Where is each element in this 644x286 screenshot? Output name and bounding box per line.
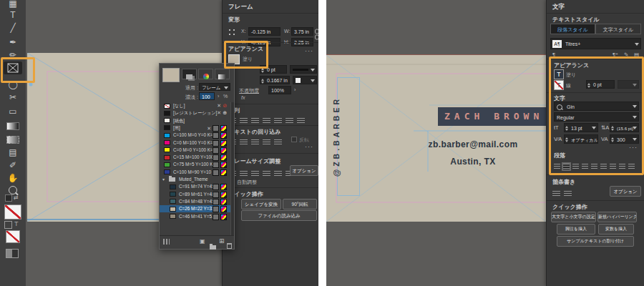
gradient-tab[interactable] [215,69,230,79]
tracking-input[interactable]: 300 [610,134,639,144]
align-top-icon[interactable] [263,118,270,124]
bullets-options-button[interactable]: オプション [610,186,641,197]
transform-more-icon[interactable]: ··· [305,47,313,54]
align-right-icon[interactable] [572,164,579,169]
fit-content-to-frame-icon[interactable] [263,171,270,177]
bullet-list-icon[interactable] [552,191,560,197]
swatch-row[interactable]: C=100 M=90 Y=10 ... [160,169,231,176]
align-center-icon[interactable] [563,164,570,169]
fx-icon[interactable]: fx [241,95,245,100]
font-style-dropdown[interactable]: Regular [554,112,639,122]
justify-last-left-icon[interactable] [582,164,588,169]
swatch-row[interactable]: C=75 M=5 Y=100 K=0 [160,161,231,168]
font-family-dropdown[interactable]: Gin [554,102,639,111]
text-wrap-more-icon[interactable]: ··· [305,143,313,150]
align-away-spine-icon[interactable] [628,164,635,169]
business-card-page[interactable]: @ZB.BARBER ZACH BROWN zb.barber@mail.com… [326,55,546,222]
note-tool[interactable]: ▤ [4,146,22,159]
opacity-label[interactable]: 不透明度 [239,87,259,94]
rotate-90-button[interactable]: 90°回転 [283,199,317,209]
wrap-bounding-box-icon[interactable] [240,139,248,146]
pencil-tool[interactable]: ✏ [4,49,22,61]
align-center-h-icon[interactable] [240,118,248,124]
color-tab[interactable] [198,69,213,79]
align-left-icon[interactable] [554,164,560,169]
tint-spinner-icon[interactable]: › [218,94,219,99]
align-center-v-icon[interactable] [274,118,282,124]
swatch-row[interactable]: [紙色] [160,117,231,124]
swatch-group-row[interactable]: ▾Muted_Theme [160,176,231,183]
kerning-input[interactable]: オプティカル [564,134,598,144]
document-canvas-right[interactable]: @ZB.BARBER ZACH BROWN zb.barber@mail.com… [326,0,546,286]
center-content-icon[interactable] [274,171,282,177]
opacity-input[interactable]: 100% [268,86,291,94]
clear-overrides-icon[interactable]: ¶⁺ [613,51,618,58]
new-hyperlink-button[interactable]: 新規ハイパーリンク [597,212,637,222]
placeholder-text-button[interactable]: サンプルテキストの割り付け [557,236,634,247]
insert-footnote-button[interactable]: 脚注を挿入 [557,224,595,235]
corner-style-dropdown[interactable] [293,76,317,84]
swatch-row[interactable]: C=89 M=61 Y=48... [160,191,231,198]
ellipse-tool[interactable]: ◯ [4,78,22,91]
delete-swatch-icon[interactable] [227,239,232,252]
convert-shape-button[interactable]: シェイプを変換 [241,199,281,209]
wrap-object-shape-icon[interactable] [251,139,259,146]
card-headline[interactable]: ZACH BROWN [438,107,546,126]
scissors-tool[interactable]: ✂ [4,91,22,104]
opacity-chevron-icon[interactable]: › [294,87,296,92]
character-more-icon[interactable]: ··· [629,144,638,151]
reference-point-grid[interactable] [227,27,238,38]
wrap-jump-object-icon[interactable] [263,139,270,146]
default-fill-stroke-icon[interactable] [5,194,12,202]
fit-frame-to-content-icon[interactable] [251,171,259,177]
swap-fill-stroke-icon[interactable]: ⇄ [14,194,19,201]
formatting-affects-container-icon[interactable] [4,221,12,229]
wrap-invert-checkbox[interactable] [291,137,297,142]
justify-all-icon[interactable] [610,164,616,169]
redefine-style-icon[interactable]: ✎ [624,51,628,58]
swatch-views-icon[interactable] [163,239,170,245]
stroke-style-dropdown[interactable] [290,65,317,74]
screen-mode-icon[interactable] [6,249,19,258]
show-options-icon[interactable]: ▣ [200,239,205,245]
swatch-row[interactable]: C=46 M=41 Y=51... [160,213,231,220]
swatch-row[interactable]: [レジストレーション]✕⊕ [160,109,231,117]
align-bottom-icon[interactable] [286,118,293,124]
insert-variable-button[interactable]: 変数を挿入 [598,224,634,235]
swatch-row[interactable]: C=91 M=74 Y=45... [160,183,231,190]
swatch-row[interactable]: C=26 M=22 Y=31... [160,205,231,212]
swatch-row[interactable]: C=100 M=0 Y=0 K=0 [160,132,231,139]
font-size-input[interactable]: 13 pt [564,123,598,132]
swatch-row[interactable]: [黒]✕ [160,124,231,132]
formatting-affects-text-icon[interactable]: T [14,220,19,227]
distribute-icon[interactable] [297,118,305,124]
new-swatch-icon[interactable]: ⊞ [219,238,225,245]
import-file-button[interactable]: ファイルの読み込み [241,210,317,221]
stroke-swatch[interactable] [6,230,20,243]
text-stroke-style-dropdown[interactable] [618,80,639,89]
tab-paragraph-styles[interactable]: 段落スタイル [550,24,595,34]
fill-swatch[interactable] [4,204,21,220]
justify-last-right-icon[interactable] [600,164,607,169]
leading-input[interactable]: (15.6 pt) [610,123,639,132]
rectangle-frame-tool[interactable] [4,61,22,74]
swatch-row[interactable]: [なし]✕⊘ [160,102,231,109]
swatch-row[interactable]: C=15 M=100 Y=100... [160,154,231,161]
numbered-list-icon[interactable] [564,191,572,197]
change-case-button[interactable]: 大文字と小文字の設定 [551,212,596,222]
swatches-tab[interactable] [182,69,197,79]
gradient-feather-tool[interactable] [4,133,22,146]
swatch-row[interactable]: C=0 M=0 Y=100 K=0 [160,147,231,154]
wrap-jump-column-icon[interactable] [274,139,282,146]
text-stroke-weight-input[interactable]: 0 pt [586,80,615,89]
paragraph-mark-icon[interactable]: ¶ [552,51,555,58]
w-input[interactable]: 3.75 in [291,27,313,36]
new-group-icon[interactable] [210,240,218,252]
text-fill-swatch[interactable]: T [554,69,564,79]
apply-dropdown[interactable]: フレーム [199,83,230,91]
paragraph-style-dropdown[interactable]: A¶ Titres+ [550,38,641,49]
line-tool[interactable]: ╱ [4,21,22,34]
fit-content-proportional-icon[interactable] [240,171,248,177]
justify-last-center-icon[interactable] [591,164,597,169]
fitting-options-button[interactable]: オプション [290,165,318,176]
